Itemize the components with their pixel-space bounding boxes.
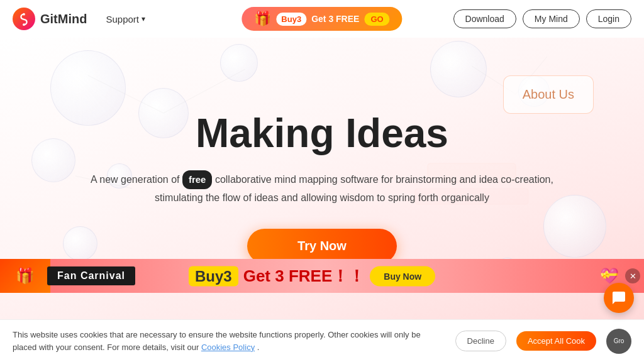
about-us-label: About Us: [523, 87, 574, 101]
nav-center: 🎁 Buy3 Get 3 FREE GO: [242, 7, 402, 31]
nav-right: Download My Mind Login: [453, 9, 631, 28]
fan-carnival-banner: 🎁 Fan Carnival Buy3 Get 3 FREE！！ Buy Now…: [0, 259, 644, 293]
logo[interactable]: GitMind: [13, 8, 87, 30]
fan-right-deco: 💝: [600, 267, 619, 285]
fan-buy-now-button[interactable]: Buy Now: [370, 266, 435, 286]
hero-section: About Us Making Ideas A new generation o…: [0, 38, 644, 362]
cookie-more-button[interactable]: Gro: [606, 329, 631, 354]
promo-free-label: Get 3 FREE: [311, 14, 359, 24]
support-menu[interactable]: Support ▾: [106, 14, 145, 25]
login-button[interactable]: Login: [586, 9, 631, 28]
try-now-button[interactable]: Try Now: [247, 229, 397, 263]
my-mind-button[interactable]: My Mind: [523, 9, 580, 28]
nav-left: GitMind Support ▾: [13, 8, 145, 30]
cookie-decline-button[interactable]: Decline: [455, 331, 506, 351]
cookie-banner: This website uses cookies that are neces…: [0, 319, 644, 362]
cookie-text: This website uses cookies that are neces…: [13, 329, 445, 353]
chat-support-button[interactable]: [604, 283, 634, 313]
hero-desc-part2: collaborative mind mapping software for …: [155, 174, 553, 203]
cookie-accept-all-button[interactable]: Accept All Cook: [516, 331, 596, 351]
hero-content: Making Ideas A new generation of free co…: [70, 111, 574, 263]
logo-icon: [13, 8, 35, 30]
fan-carnival-offer: Buy3 Get 3 FREE！！ Buy Now: [189, 265, 435, 287]
fan-get-label: Get 3 FREE！！: [243, 265, 365, 287]
download-button[interactable]: Download: [453, 9, 516, 28]
promo-go-button[interactable]: GO: [364, 13, 389, 26]
deco-circle-4: [430, 41, 487, 97]
promo-banner[interactable]: 🎁 Buy3 Get 3 FREE GO: [242, 7, 402, 31]
cookies-policy-link[interactable]: Cookies Policy: [201, 343, 255, 352]
fan-close-button[interactable]: ✕: [625, 268, 640, 283]
navbar: GitMind Support ▾ 🎁 Buy3 Get 3 FREE GO D…: [0, 0, 644, 38]
deco-circle-6: [31, 138, 75, 182]
svg-point-1: [23, 23, 25, 26]
support-label: Support: [106, 14, 139, 25]
deco-circle-3: [220, 44, 258, 82]
fan-carnival-label: Fan Carnival: [47, 266, 135, 285]
svg-point-0: [23, 13, 25, 16]
free-badge: free: [182, 170, 213, 189]
hero-description: A new generation of free collaborative m…: [70, 170, 574, 206]
chevron-down-icon: ▾: [142, 14, 145, 23]
hero-title: Making Ideas: [70, 111, 574, 155]
about-us-card[interactable]: About Us: [503, 75, 594, 114]
fan-buy3-label: Buy3: [189, 266, 238, 286]
fan-left-deco: 🎁: [0, 259, 50, 293]
promo-buy3-label: Buy3: [276, 13, 306, 26]
logo-text: GitMind: [40, 12, 87, 26]
hero-desc-part1: A new generation of: [91, 174, 179, 185]
